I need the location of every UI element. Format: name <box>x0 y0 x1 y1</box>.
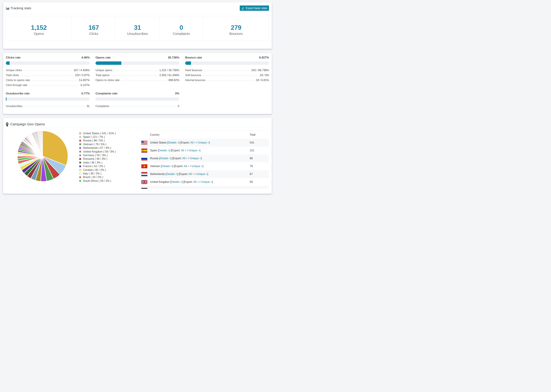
rate-row-value: 220 / 5.87% <box>75 73 90 77</box>
legend-label: India ( 46 / 3% ) <box>83 161 102 164</box>
geo-table: Country Total United States [Details >] … <box>140 131 269 189</box>
legend-swatch <box>79 158 81 160</box>
unsubscribe-rate-percent: 0.77% <box>81 91 90 96</box>
column-header-total: Total <box>250 133 269 136</box>
export-all-link[interactable]: All > <box>190 141 196 144</box>
legend-label: Romania ( 49 / 3% ) <box>83 157 107 161</box>
unsubscribe-rate-progress-fill <box>6 97 7 101</box>
rate-row: Soft bounces18 / 0% <box>185 72 269 77</box>
legend-label: Canada ( 40 / 2% ) <box>83 168 106 172</box>
geo-table-row-de: Germany [Details >] [Export: All > / Uni… <box>140 186 269 189</box>
export-unique-link[interactable]: Unique > <box>193 188 204 189</box>
flag-nl-icon <box>141 172 147 176</box>
rate-row: Unique clicks167 / 4.456% <box>6 67 90 72</box>
dotted-leader <box>111 106 177 107</box>
stat-value: 167 <box>88 24 99 31</box>
country-name: United Kingdom <box>150 181 170 183</box>
country-cell: United Kingdom [Details >] [Export: All … <box>150 181 250 183</box>
export-unique-link[interactable]: Unique > <box>189 149 200 152</box>
legend-label: Germany ( 55 / 3% ) <box>83 154 108 157</box>
bounce-rate-percent: 6.927% <box>259 56 269 60</box>
rate-row-label: Total opens <box>95 73 110 77</box>
dotted-leader <box>20 76 74 76</box>
legend-swatch <box>79 165 81 168</box>
rate-row-value: 167 / 4.456% <box>74 68 90 72</box>
legend-label: Russia ( 86 / 5% ) <box>83 139 105 142</box>
country-cell: Germany [Details >] [Export: All > / Uni… <box>150 188 250 189</box>
rate-row: Unique opens1,152 / 30.736% <box>95 67 179 72</box>
export-all-link[interactable]: All > <box>181 149 186 152</box>
rate-row-value: 0 <box>178 104 179 108</box>
stat-value: 31 <box>134 24 141 31</box>
dotted-leader <box>204 71 250 71</box>
country-cell: United States [Details >] [Export: All >… <box>150 141 250 144</box>
geo-pie-chart <box>17 131 68 182</box>
stat-label: Clicks <box>89 32 98 35</box>
country-name: United States <box>150 141 167 144</box>
legend-swatch <box>79 143 81 145</box>
flag-de-icon <box>141 188 147 189</box>
stat-opens: 1,152Opens <box>6 17 72 41</box>
export-unique-link[interactable]: Unique > <box>190 157 201 160</box>
export-all-link[interactable]: All > <box>182 157 188 160</box>
bar-chart-icon <box>6 7 9 10</box>
stat-complaints: 0Complaints <box>159 17 203 41</box>
legend-item: Italy ( 36 / 2% ) <box>79 172 116 175</box>
details-link[interactable]: Details > <box>160 157 171 160</box>
legend-swatch <box>79 154 81 156</box>
rate-row-label: Internal bounces <box>185 78 205 82</box>
export-unique-link[interactable]: Unique > <box>196 173 207 175</box>
country-name: Russia <box>150 157 159 160</box>
country-name: Spain <box>150 149 158 152</box>
legend-item: Russia ( 86 / 5% ) <box>79 139 116 142</box>
total-cell: 79 <box>250 165 269 168</box>
opens-rate-progress-fill <box>95 61 121 65</box>
export-unique-link[interactable]: Unique > <box>192 165 203 168</box>
export-all-link[interactable]: All > <box>193 181 199 183</box>
rate-row-label: Hard bounces <box>185 68 202 72</box>
legend-item: United States ( 541 / 31% ) <box>79 132 116 135</box>
export-unique-link[interactable]: Unique > <box>201 181 212 183</box>
legend-swatch <box>79 140 81 142</box>
rates-grid: Clicks rate4.46%Unique clicks167 / 4.456… <box>3 53 272 108</box>
rate-row-label: Complaints <box>95 104 109 108</box>
opens-rate-progress-bar <box>95 61 179 65</box>
clicks-rate-progress-fill <box>6 61 10 65</box>
stat-clicks: 167Clicks <box>72 17 115 41</box>
legend-label: United States ( 541 / 31% ) <box>83 132 116 135</box>
details-link[interactable]: Details > <box>168 141 179 144</box>
legend-item: Brazil ( 33 / 2% ) <box>79 175 116 179</box>
legend-swatch <box>79 176 81 178</box>
country-cell: Spain [Details >] [Export: All > / Uniqu… <box>150 149 250 152</box>
details-link[interactable]: Details > <box>163 188 174 189</box>
stats-summary-row: 1,152Opens167Clicks31Unsubscribes0Compla… <box>6 17 269 41</box>
rate-row-label: Total clicks <box>6 73 19 77</box>
total-cell: 67 <box>250 173 269 176</box>
legend-label: Netherlands ( 67 / 4% ) <box>83 147 111 149</box>
geo-body: United States ( 541 / 31% )Spain ( 121 /… <box>3 128 272 194</box>
flag-es-icon <box>141 149 147 153</box>
export-unique-link[interactable]: Unique > <box>198 141 209 144</box>
details-link[interactable]: Details > <box>171 181 182 183</box>
clicks-rate-progress-bar <box>6 61 90 65</box>
geo-table-row-gb: United Kingdom [Details >] [Export: All … <box>140 178 269 186</box>
details-link[interactable]: Details > <box>159 149 170 152</box>
export-all-link[interactable]: All > <box>184 165 190 168</box>
clicks-rate-percent: 4.46% <box>81 56 90 60</box>
tracking-stats-title: Tracking stats <box>11 6 31 10</box>
dotted-leader <box>202 76 258 76</box>
details-link[interactable]: Details > <box>162 165 172 168</box>
rate-row: Click through rate4.147% <box>6 82 90 87</box>
geo-table-row-es: Spain [Details >] [Export: All > / Uniqu… <box>140 147 269 154</box>
clicks-rate-title: Clicks rate <box>6 56 21 60</box>
details-link[interactable]: Details > <box>166 173 177 175</box>
flag-us-icon <box>141 141 147 145</box>
stat-label: Complaints <box>173 32 190 35</box>
export-all-link[interactable]: All > <box>185 188 191 189</box>
export-basic-stats-button[interactable]: Export basic stats <box>240 6 269 11</box>
flag-vn-icon <box>141 164 147 168</box>
unsubscribe-rate-title: Unsubscribe rate <box>6 91 30 96</box>
flag-ru-icon <box>141 156 147 161</box>
export-all-link[interactable]: All > <box>189 173 194 175</box>
geo-table-row-ru: Russia [Details >] [Export: All > / Uniq… <box>140 154 269 162</box>
